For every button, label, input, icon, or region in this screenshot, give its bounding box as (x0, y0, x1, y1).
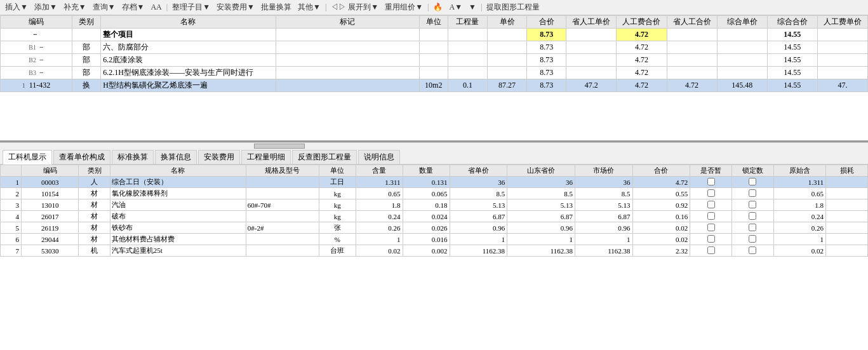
bottom-cell: 1 (773, 234, 825, 245)
supplement-btn[interactable]: 补充▼ (61, 1, 89, 13)
bottom-cell (826, 199, 868, 211)
query-btn[interactable]: 查询▼ (90, 1, 118, 13)
tab-anzhuangfeiyong[interactable]: 安装费用 (198, 150, 240, 164)
bottom-cell: 1.311 (356, 177, 403, 188)
lock-checkbox[interactable] (749, 246, 756, 254)
main-scrollbar[interactable] (0, 142, 868, 149)
bottom-cell: 26119 (21, 222, 79, 234)
table-row[interactable]: 1 11-432 换 H型结构氯磺化聚乙烯底漆一遍 10m2 0.1 87.27… (1, 79, 868, 92)
add-btn[interactable]: 添加▼ (32, 1, 60, 13)
batch-convert-btn[interactable]: 批量换算 (258, 1, 294, 13)
organize-btn[interactable]: 整理子目▼ (170, 1, 213, 13)
bottom-cell[interactable] (731, 245, 773, 257)
extract-btn[interactable]: 提取图形工程量 (484, 1, 542, 13)
bottom-cell: 1162.38 (575, 245, 633, 257)
tab-gongchengliang[interactable]: 工程量明细 (241, 150, 291, 164)
cell-prov-labor (566, 67, 617, 79)
cell-category: 部 (72, 67, 101, 79)
cell-total: 8.73 (527, 54, 566, 67)
font-color-btn[interactable]: A▼ (446, 2, 465, 13)
is-temp-checkbox[interactable] (707, 201, 715, 208)
bottom-cell[interactable] (690, 222, 732, 234)
is-temp-checkbox[interactable] (707, 246, 715, 254)
bottom-table-row[interactable]: 753030机汽车式起重机25t台班0.020.0021162.381162.3… (1, 245, 868, 257)
bcol-qty: 数量 (403, 165, 450, 177)
bottom-cell[interactable] (690, 199, 732, 211)
bottom-cell[interactable] (731, 234, 773, 245)
bcol-unit: 单位 (319, 165, 356, 177)
bottom-cell: 0.02 (632, 222, 690, 234)
bottom-table-row[interactable]: 100003人综合工日（安装）工日1.3110.1313636364.721.3… (1, 177, 868, 188)
insert-btn[interactable]: 插入▼ (3, 1, 30, 13)
bottom-cell[interactable] (731, 222, 773, 234)
table-row[interactable]: − 整个项目 8.73 4.72 14.55 (1, 29, 868, 41)
cell-prov-labor (566, 41, 617, 54)
bottom-cell: 7 (1, 245, 22, 257)
tab-shuominxinxi[interactable]: 说明信息 (358, 150, 400, 164)
bottom-cell[interactable] (690, 245, 732, 257)
bottom-cell: 1 (575, 234, 633, 245)
table-row[interactable]: B1 − 部 六、防腐部分 8.73 4.72 14.55 (1, 41, 868, 54)
bottom-cell[interactable] (731, 188, 773, 199)
bottom-cell[interactable] (731, 199, 773, 211)
bottom-cell[interactable] (690, 177, 732, 188)
bottom-cell: 材 (79, 211, 110, 222)
bottom-cell[interactable] (690, 188, 732, 199)
tab-chakandanjia[interactable]: 查看单价构成 (53, 150, 110, 164)
scrollbar-thumb[interactable] (254, 144, 305, 149)
reuse-btn[interactable]: 重用组价▼ (382, 1, 425, 13)
fire-btn[interactable]: 🔥 (431, 2, 445, 13)
bottom-cell[interactable] (731, 177, 773, 188)
tab-gonkejixianshi[interactable]: 工科机显示 (3, 150, 52, 165)
tab-biaozhunhuansuan[interactable]: 标准换算 (112, 150, 154, 164)
bottom-cell: 0.26 (356, 222, 403, 234)
cell-total: 8.73 (527, 67, 566, 79)
bottom-cell[interactable] (690, 211, 732, 222)
is-temp-checkbox[interactable] (707, 189, 715, 197)
lock-checkbox[interactable] (749, 178, 756, 185)
bottom-cell: 53030 (21, 245, 79, 257)
cell-prov-labor-total (667, 41, 717, 54)
bottom-cell: 0.065 (403, 188, 450, 199)
dropdown-btn[interactable]: ▼ (466, 2, 479, 13)
cell-unit (419, 29, 448, 41)
bottom-cell (246, 245, 319, 257)
main-table-header: 编码 类别 名称 标记 单位 工程量 单价 合价 省人工单价 人工费合价 省人工… (1, 16, 868, 29)
is-temp-checkbox[interactable] (707, 178, 715, 185)
is-temp-checkbox[interactable] (707, 235, 715, 243)
font-btn[interactable]: AA (148, 2, 164, 13)
tab-fanchatuxing[interactable]: 反查图形工程量 (292, 150, 357, 164)
is-temp-checkbox[interactable] (707, 224, 715, 231)
bottom-cell: 8.5 (507, 188, 575, 199)
bottom-table-row[interactable]: 526119材铁砂布0#-2#张0.260.0260.960.960.960.0… (1, 222, 868, 234)
col-qty: 工程量 (448, 16, 487, 29)
bottom-table-row[interactable]: 426017材破布kg0.240.0246.876.876.870.160.24 (1, 211, 868, 222)
cell-labor-price (817, 67, 867, 79)
bottom-cell (246, 211, 319, 222)
tab-huansuanxinxi[interactable]: 换算信息 (155, 150, 197, 164)
bottom-cell: % (319, 234, 356, 245)
lock-checkbox[interactable] (749, 235, 756, 243)
other-btn[interactable]: 其他▼ (295, 1, 323, 13)
bottom-cell: 0.96 (450, 222, 507, 234)
bottom-cell: 0.65 (356, 188, 403, 199)
bottom-cell: 1 (507, 234, 575, 245)
bottom-table-row[interactable]: 629044材其他材料费占辅材费%10.0161110.021 (1, 234, 868, 245)
cell-category: 部 (72, 41, 101, 54)
expand-btn[interactable]: ◁▷ 展开到▼ (328, 1, 381, 13)
cell-labor-price (817, 41, 867, 54)
bottom-table-row[interactable]: 210154材氯化橡胶漆稀释剂kg0.650.0658.58.58.50.550… (1, 188, 868, 199)
lock-checkbox[interactable] (749, 201, 756, 208)
table-row[interactable]: B3 − 部 6.2.1H型钢底漆涂装——安装与生产同时进行 8.73 4.72… (1, 67, 868, 79)
bottom-cell[interactable] (690, 234, 732, 245)
install-fee-btn[interactable]: 安装费用▼ (214, 1, 257, 13)
archive-btn[interactable]: 存档▼ (119, 1, 147, 13)
bottom-cell[interactable] (731, 211, 773, 222)
lock-checkbox[interactable] (749, 224, 756, 231)
lock-checkbox[interactable] (749, 212, 756, 220)
bottom-table-row[interactable]: 313010材汽油60#-70#kg1.80.185.135.135.130.9… (1, 199, 868, 211)
bottom-cell: 0.96 (575, 222, 633, 234)
lock-checkbox[interactable] (749, 189, 756, 197)
is-temp-checkbox[interactable] (707, 212, 715, 220)
table-row[interactable]: B2 − 部 6.2底漆涂装 8.73 4.72 14.55 (1, 54, 868, 67)
